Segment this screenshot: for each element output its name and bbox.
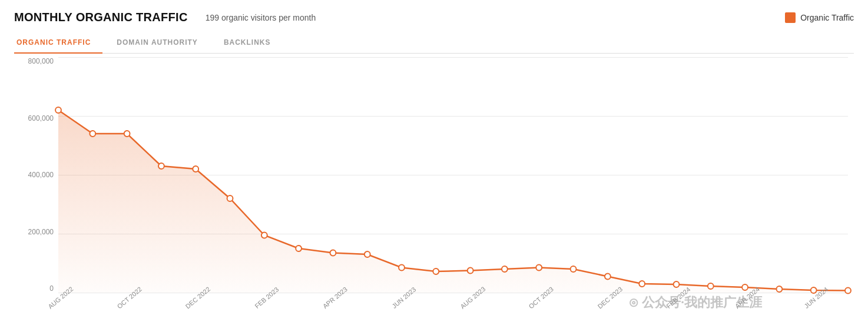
chart-title: MONTHLY ORGANIC TRAFFIC	[14, 11, 188, 24]
tabs-bar: ORGANIC TRAFFIC DOMAIN AUTHORITY BACKLIN…	[14, 32, 854, 54]
svg-point-20	[742, 284, 748, 290]
svg-point-0	[55, 107, 61, 113]
subtitle: 199 organic visitors per month	[206, 13, 316, 22]
main-container: MONTHLY ORGANIC TRAFFIC 199 organic visi…	[0, 0, 868, 335]
svg-point-8	[330, 250, 336, 256]
svg-point-7	[296, 246, 302, 251]
svg-point-15	[571, 266, 577, 272]
svg-point-18	[674, 281, 680, 287]
y-label-0: 0	[49, 284, 54, 293]
svg-point-9	[365, 251, 370, 257]
svg-point-12	[468, 268, 473, 274]
svg-point-10	[399, 265, 405, 271]
header-left: MONTHLY ORGANIC TRAFFIC 199 organic visi…	[14, 11, 316, 24]
chart-svg	[58, 57, 848, 293]
y-label-200k: 200,000	[28, 228, 54, 236]
svg-point-19	[708, 283, 714, 289]
svg-point-6	[261, 233, 267, 238]
y-label-400k: 400,000	[28, 171, 54, 179]
tab-organic-traffic[interactable]: ORGANIC TRAFFIC	[14, 32, 102, 54]
tab-backlinks[interactable]: BACKLINKS	[210, 32, 283, 54]
plot-area	[58, 57, 848, 293]
svg-point-4	[193, 166, 198, 172]
svg-point-14	[536, 265, 542, 271]
y-label-800k: 800,000	[28, 57, 54, 65]
y-axis: 800,000 600,000 400,000 200,000 0	[14, 57, 58, 293]
chart-area: 800,000 600,000 400,000 200,000 0 AUG 20…	[14, 57, 854, 310]
y-label-600k: 600,000	[28, 114, 54, 122]
legend: Organic Traffic	[785, 12, 854, 23]
svg-point-1	[90, 131, 95, 137]
svg-point-11	[433, 268, 439, 274]
legend-color-icon	[785, 12, 796, 23]
svg-point-21	[776, 286, 782, 292]
x-axis: AUG 2022OCT 2022DEC 2022FEB 2023APR 2023…	[58, 293, 848, 310]
svg-point-16	[605, 274, 611, 280]
svg-point-2	[124, 131, 130, 137]
svg-point-5	[227, 195, 233, 201]
tab-domain-authority[interactable]: DOMAIN AUTHORITY	[102, 32, 210, 54]
svg-point-3	[158, 163, 164, 169]
svg-point-13	[502, 266, 508, 272]
header-row: MONTHLY ORGANIC TRAFFIC 199 organic visi…	[14, 11, 854, 24]
svg-point-17	[639, 281, 645, 287]
legend-label: Organic Traffic	[800, 13, 854, 22]
